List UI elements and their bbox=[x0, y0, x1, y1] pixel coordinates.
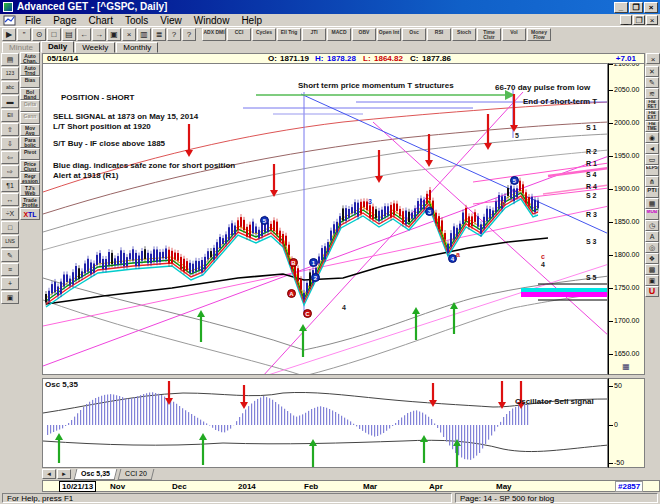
wave-degree-123-icon[interactable]: 123 bbox=[1, 67, 19, 80]
stop-tool-icon[interactable]: ▬ bbox=[1, 95, 19, 108]
tab-weekly[interactable]: Weekly bbox=[75, 42, 115, 53]
pti-icon[interactable]: PTI bbox=[645, 187, 659, 198]
tool-bol-band[interactable]: Bol Band bbox=[20, 88, 40, 100]
study-money-flow[interactable]: Money Flow bbox=[527, 28, 551, 41]
study-osc[interactable]: Osc bbox=[402, 28, 426, 41]
palette-icon[interactable]: ❖ bbox=[645, 253, 659, 264]
next-page-icon[interactable]: → bbox=[92, 28, 106, 41]
zoom-tool-icon[interactable]: ⊙ bbox=[32, 28, 46, 41]
indicator-tab-cci-20[interactable]: CCI 20 bbox=[117, 469, 154, 480]
context-help-icon[interactable]: ? bbox=[182, 28, 196, 41]
fib-time-icon[interactable]: FIB TME bbox=[645, 121, 659, 132]
snapshot-icon[interactable]: ▣ bbox=[1, 291, 19, 304]
rectangle-draw-icon[interactable]: ▭ bbox=[645, 154, 659, 165]
mdi-restore-button[interactable]: ❐ bbox=[633, 15, 645, 25]
restore-button[interactable]: ❐ bbox=[629, 2, 643, 13]
price-chart-panel[interactable]: POSITION - SHORTSELL SIGNAL at 1873 on M… bbox=[42, 63, 608, 375]
pencil-draw-icon[interactable]: ✎ bbox=[645, 77, 659, 88]
mob-icon[interactable]: MOB bbox=[645, 209, 659, 220]
print-icon[interactable]: ≣ bbox=[152, 28, 166, 41]
tool-gann[interactable]: Gann bbox=[20, 112, 40, 124]
time-clock-icon[interactable]: ◷ bbox=[645, 220, 659, 231]
study-macd[interactable]: MACD bbox=[327, 28, 351, 41]
tool-xtl[interactable]: XTL bbox=[20, 208, 40, 220]
menu-help[interactable]: Help bbox=[235, 14, 268, 27]
region-icon[interactable]: ▩ bbox=[645, 264, 659, 275]
elliott-waves-icon[interactable]: Ell bbox=[1, 109, 19, 122]
tab-monthly[interactable]: Monthly bbox=[116, 42, 158, 53]
menu-chart[interactable]: Chart bbox=[82, 14, 118, 27]
quote-window-icon[interactable]: ” bbox=[17, 28, 31, 41]
gann-fan-icon[interactable]: ◄ bbox=[645, 143, 659, 154]
study-stoch[interactable]: Stoch bbox=[452, 28, 476, 41]
tool-auto-trnd[interactable]: Auto Trnd bbox=[20, 64, 40, 76]
list-tool-icon[interactable]: ≡ bbox=[1, 263, 19, 276]
tool-trade-profile[interactable]: Trade Profile bbox=[20, 196, 40, 208]
ellipse-tool-icon[interactable]: ELPS bbox=[645, 165, 659, 176]
fib-retrace-icon[interactable]: FIB RET bbox=[645, 99, 659, 110]
fib-extension-icon[interactable]: FIB EXT bbox=[645, 110, 659, 121]
menu-tools[interactable]: Tools bbox=[119, 14, 154, 27]
copy-icon[interactable]: ▣ bbox=[107, 28, 121, 41]
mdi-close-button[interactable]: × bbox=[646, 15, 658, 25]
study-cycles[interactable]: Cycles bbox=[252, 28, 276, 41]
copy-page-icon[interactable]: ▣ bbox=[645, 275, 659, 286]
header-close-button[interactable]: × bbox=[646, 53, 660, 64]
grid-study-icon[interactable]: ▦ bbox=[645, 198, 659, 209]
tool-mov-avg[interactable]: Mov Avg bbox=[20, 124, 40, 136]
expand-bars-icon[interactable]: ↔ bbox=[1, 193, 19, 206]
paragraph-1-icon[interactable]: ¶1 bbox=[1, 179, 19, 192]
zoom-in-icon[interactable]: ◎ bbox=[645, 242, 659, 253]
andrews-pitchfork-icon[interactable]: ⋔ bbox=[645, 176, 659, 187]
study-vol[interactable]: Vol bbox=[502, 28, 526, 41]
study-jti[interactable]: JTI bbox=[302, 28, 326, 41]
study-cci[interactable]: CCI bbox=[227, 28, 251, 41]
tool-pivot[interactable]: Pivot bbox=[20, 148, 40, 160]
gann-circle-icon[interactable]: ◉ bbox=[645, 132, 659, 143]
paste-icon[interactable]: ▥ bbox=[137, 28, 151, 41]
menu-file[interactable]: File bbox=[19, 14, 47, 27]
minimize-button[interactable]: _ bbox=[614, 2, 628, 13]
arrow-right-icon[interactable]: ⇨ bbox=[1, 165, 19, 178]
prev-page-icon[interactable]: ← bbox=[77, 28, 91, 41]
menu-window[interactable]: Window bbox=[188, 14, 236, 27]
text-tool-icon[interactable]: A bbox=[645, 231, 659, 242]
crosshair-icon[interactable]: + bbox=[1, 277, 19, 290]
open-page-icon[interactable]: ▤ bbox=[62, 28, 76, 41]
study-ell-trig[interactable]: Ell Trig bbox=[277, 28, 301, 41]
tool-tj-s-web[interactable]: TJ's Web bbox=[20, 184, 40, 196]
tool-bias[interactable]: Bias bbox=[20, 76, 40, 88]
lines-tool-icon[interactable]: LNS bbox=[1, 235, 19, 248]
study-adx-dmi[interactable]: ADX DMI bbox=[202, 28, 226, 41]
undo-icon[interactable]: U bbox=[645, 286, 659, 297]
templates-icon[interactable]: ▤ bbox=[1, 53, 19, 66]
arrow-up-icon[interactable]: ⇧ bbox=[1, 123, 19, 136]
tool-delta[interactable]: Delta bbox=[20, 100, 40, 112]
axis-calendar-icon[interactable]: ▦ bbox=[612, 362, 640, 373]
menu-view[interactable]: View bbox=[154, 14, 188, 27]
arrow-left-icon[interactable]: ⇦ bbox=[1, 151, 19, 164]
new-page-icon[interactable]: □ bbox=[47, 28, 61, 41]
tab-daily[interactable]: Daily bbox=[41, 41, 74, 53]
indicator-tab-osc-5-35[interactable]: Osc 5,35 bbox=[74, 469, 118, 480]
delete-icon[interactable]: × bbox=[122, 28, 136, 41]
study-obv[interactable]: OBV bbox=[352, 28, 376, 41]
tab-scroll-left[interactable]: ◄ bbox=[42, 469, 56, 479]
wave-degree-abc-icon[interactable]: abc bbox=[1, 81, 19, 94]
study-time-clstr[interactable]: Time Clstr bbox=[477, 28, 501, 41]
erase-tool-icon[interactable]: ✕ bbox=[645, 66, 659, 77]
waves-overlay-icon[interactable]: ≋ bbox=[645, 88, 659, 99]
tool-price-clust[interactable]: Price Clust bbox=[20, 160, 40, 172]
pointer-tool-icon[interactable]: ▶ bbox=[2, 28, 16, 41]
close-button[interactable]: × bbox=[644, 2, 658, 13]
tool-regr-ession[interactable]: Regr ession bbox=[20, 172, 40, 184]
help-icon[interactable]: ? bbox=[167, 28, 181, 41]
menu-page[interactable]: Page bbox=[47, 14, 82, 27]
tool-auto-chan[interactable]: Auto Chan. bbox=[20, 52, 40, 64]
mdi-minimize-button[interactable]: _ bbox=[620, 15, 632, 25]
arrow-down-icon[interactable]: ⇩ bbox=[1, 137, 19, 150]
pencil-tool-icon[interactable]: ✎ bbox=[1, 249, 19, 262]
tool-para-bolic[interactable]: Para bolic bbox=[20, 136, 40, 148]
oscillator-panel[interactable]: Osc 5,35 Oscillator Sell signal bbox=[42, 378, 608, 468]
tab-scroll-right[interactable]: ► bbox=[57, 469, 71, 479]
